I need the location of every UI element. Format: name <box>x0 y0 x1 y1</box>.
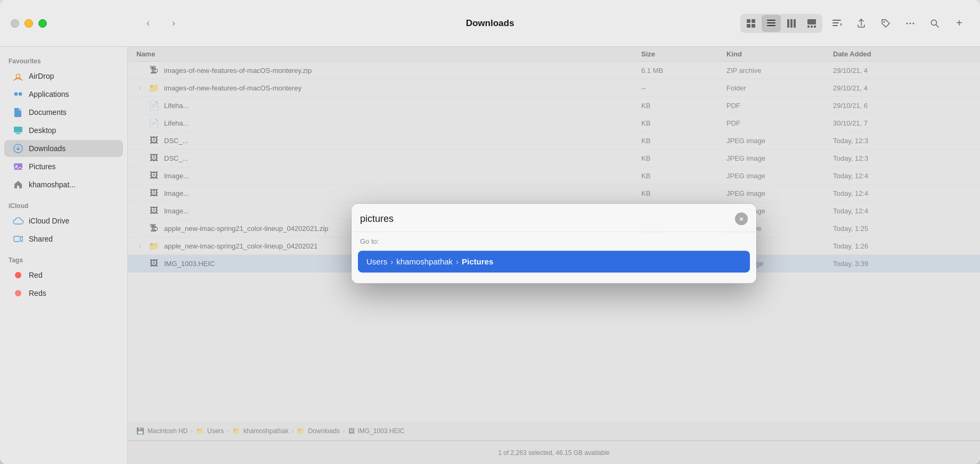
svg-rect-30 <box>14 236 20 242</box>
forward-button[interactable]: › <box>164 14 183 33</box>
dialog-suggestion[interactable]: Users › khamoshpathak › Pictures <box>358 251 750 272</box>
sidebar-item-label: Downloads <box>29 144 66 153</box>
svg-rect-11 <box>807 26 810 28</box>
svg-rect-22 <box>14 92 18 95</box>
svg-rect-23 <box>19 92 22 95</box>
svg-point-18 <box>907 22 908 24</box>
grid-view-button[interactable] <box>741 15 761 32</box>
sidebar-item-label: Desktop <box>29 126 56 135</box>
applications-icon <box>13 89 23 100</box>
svg-rect-14 <box>832 20 841 21</box>
add-button[interactable]: + <box>949 13 969 34</box>
downloads-icon <box>13 143 23 154</box>
goto-dialog[interactable]: × Go to: Users › khamoshpathak › Picture… <box>352 204 756 283</box>
svg-rect-2 <box>747 24 750 28</box>
sidebar-item-label: Documents <box>29 108 67 117</box>
pictures-icon <box>13 161 23 172</box>
suggestion-arrow-1: › <box>390 257 393 266</box>
sidebar-item-desktop[interactable]: Desktop <box>4 122 123 139</box>
suggestion-path-end: Pictures <box>462 257 493 266</box>
svg-rect-1 <box>752 19 755 23</box>
icloud-drive-icon <box>13 216 23 226</box>
list-view-button[interactable] <box>762 15 781 32</box>
sidebar-item-icloud-drive[interactable]: iCloud Drive <box>4 212 123 229</box>
sidebar: Favourites AirDrop <box>0 47 128 464</box>
search-button[interactable] <box>925 13 945 34</box>
svg-rect-3 <box>752 24 755 28</box>
gallery-view-button[interactable] <box>802 15 821 32</box>
sidebar-item-label: khamoshpat... <box>29 180 76 189</box>
toolbar-actions: + <box>740 13 969 34</box>
sidebar-item-applications[interactable]: Applications <box>4 86 123 103</box>
main-layout: Favourites AirDrop <box>0 47 980 464</box>
svg-point-20 <box>913 22 914 24</box>
clear-input-button[interactable]: × <box>735 212 748 225</box>
traffic-lights <box>11 19 47 28</box>
airdrop-icon <box>13 71 23 81</box>
suggestion-path-user: khamoshpathak <box>396 257 453 266</box>
finder-window: ‹ › Downloads <box>0 0 980 464</box>
sidebar-item-label: Reds <box>29 289 46 297</box>
svg-rect-10 <box>807 19 816 24</box>
svg-rect-12 <box>811 26 813 28</box>
svg-rect-16 <box>832 25 838 26</box>
sidebar-item-pictures[interactable]: Pictures <box>4 158 123 175</box>
home-icon <box>13 179 23 190</box>
back-button[interactable]: ‹ <box>138 14 158 33</box>
icloud-header: iCloud <box>0 198 127 212</box>
reds-tag-icon <box>13 288 23 299</box>
svg-rect-15 <box>832 22 839 23</box>
minimize-button[interactable] <box>24 19 33 28</box>
tag-button[interactable] <box>876 13 896 34</box>
svg-rect-0 <box>747 19 750 23</box>
more-button[interactable] <box>900 13 920 34</box>
sidebar-item-label: Pictures <box>29 162 56 171</box>
nav-buttons: ‹ › <box>138 14 183 33</box>
sidebar-item-label: Shared <box>29 235 53 243</box>
window-title: Downloads <box>466 18 514 29</box>
svg-rect-13 <box>814 26 816 28</box>
svg-rect-7 <box>787 19 789 28</box>
favourites-header: Favourites <box>0 53 127 67</box>
red-tag-icon <box>13 270 23 280</box>
titlebar: ‹ › Downloads <box>0 0 980 47</box>
svg-rect-6 <box>767 25 775 26</box>
svg-point-31 <box>15 272 21 278</box>
column-view-button[interactable] <box>782 15 801 32</box>
group-button[interactable] <box>827 13 847 34</box>
goto-label: Go to: <box>352 232 756 248</box>
maximize-button[interactable] <box>38 19 47 28</box>
svg-rect-5 <box>767 22 775 23</box>
sidebar-item-reds[interactable]: Reds <box>4 285 123 302</box>
svg-point-17 <box>884 21 885 22</box>
share-button[interactable] <box>851 13 871 34</box>
goto-input[interactable] <box>360 213 731 225</box>
shared-icon <box>13 234 23 244</box>
tags-header: Tags <box>0 252 127 266</box>
close-button[interactable] <box>11 19 19 28</box>
sidebar-item-label: Applications <box>29 90 69 98</box>
svg-rect-9 <box>794 19 796 28</box>
suggestion-arrow-2: › <box>456 257 459 266</box>
svg-rect-4 <box>767 20 775 21</box>
svg-point-19 <box>910 22 911 24</box>
sidebar-item-home[interactable]: khamoshpat... <box>4 176 123 193</box>
desktop-icon <box>13 125 23 136</box>
sidebar-item-label: iCloud Drive <box>29 217 69 225</box>
svg-point-32 <box>15 290 21 296</box>
sidebar-item-red[interactable]: Red <box>4 267 123 284</box>
sidebar-item-label: Red <box>29 271 43 279</box>
sidebar-item-airdrop[interactable]: AirDrop <box>4 68 123 85</box>
sidebar-item-documents[interactable]: Documents <box>4 104 123 121</box>
svg-rect-26 <box>15 134 21 134</box>
svg-rect-8 <box>790 19 793 28</box>
sidebar-item-shared[interactable]: Shared <box>4 230 123 247</box>
sidebar-item-label: AirDrop <box>29 72 54 80</box>
view-switcher <box>740 14 822 33</box>
content-area: Name Size Kind Date Added 🗜 images-of-ne… <box>128 47 980 464</box>
suggestion-path-users: Users <box>366 257 387 266</box>
svg-rect-24 <box>14 127 22 132</box>
sidebar-item-downloads[interactable]: Downloads <box>4 140 123 157</box>
documents-icon <box>13 107 23 118</box>
dialog-input-row: × <box>352 204 756 232</box>
